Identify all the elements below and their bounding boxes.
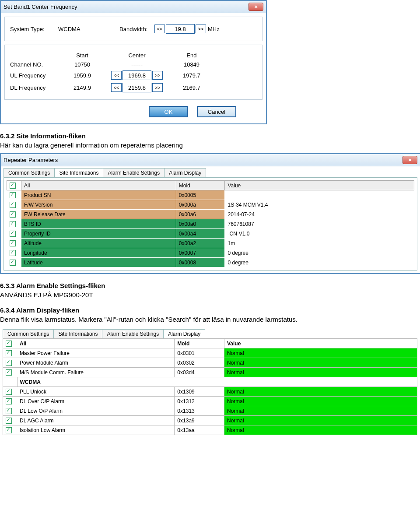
ok-button[interactable]: OK: [149, 106, 188, 117]
col-value: Value: [225, 181, 414, 190]
tab-site-informations[interactable]: Site Informations: [54, 168, 103, 177]
row-checkbox[interactable]: [10, 211, 16, 218]
row-name: DL AGC Alarm: [17, 416, 175, 425]
row-value: Normal: [224, 348, 417, 358]
row-name: Product SN: [21, 190, 176, 200]
rp-tabs: Common Settings Site Informations Alarm …: [1, 166, 420, 177]
row-moid: 0x0008: [176, 258, 225, 267]
table-row: Isolation Low Alarm0x13aaNormal: [3, 425, 417, 435]
channel-center: ------: [106, 61, 168, 68]
table-row: FW Release Date0x00a62014-07-24: [7, 210, 414, 219]
table-row: Master Power Failure0x0301Normal: [3, 348, 417, 358]
row-value: -CN-V1.0: [225, 229, 414, 239]
bandwidth-decrement[interactable]: <<: [154, 25, 165, 33]
table-row: F/W Version0x000a1S-34 MCM V1.4: [7, 200, 414, 210]
row-name: Master Power Failure: [17, 348, 175, 358]
ul-increment[interactable]: >>: [152, 71, 163, 80]
row-name: BTS ID: [21, 219, 176, 229]
system-type-label: System Type:: [10, 26, 58, 32]
ul-start: 1959.9: [58, 72, 106, 79]
row-moid: 0x03d4: [175, 368, 224, 377]
row-checkbox[interactable]: [10, 260, 16, 266]
system-type-value: WCDMA: [58, 26, 119, 32]
row-checkbox[interactable]: [6, 369, 12, 376]
ad-checkbox-all[interactable]: [6, 341, 12, 347]
row-checkbox[interactable]: [6, 360, 12, 366]
channel-label: Channel NO.: [10, 61, 58, 68]
row-moid: 0x13aa: [175, 425, 224, 435]
row-checkbox[interactable]: [6, 408, 12, 414]
dl-increment[interactable]: >>: [152, 83, 163, 92]
row-checkbox[interactable]: [6, 398, 12, 404]
bandwidth-input[interactable]: [166, 24, 195, 34]
rp-close-button[interactable]: ✕: [402, 156, 417, 164]
ad-tab-alarm-enable-settings[interactable]: Alarm Enable Settings: [102, 329, 164, 338]
tab-alarm-enable-settings[interactable]: Alarm Enable Settings: [103, 168, 164, 177]
row-checkbox[interactable]: [10, 250, 16, 256]
ad-group-wcdma: WCDMA: [17, 377, 417, 387]
row-value: 0 degree: [225, 258, 414, 267]
ad-col-moid: Moid: [175, 339, 224, 348]
row-value: [225, 190, 414, 200]
row-moid: 0x00a0: [176, 219, 225, 229]
row-checkbox[interactable]: [10, 221, 16, 227]
row-value: Normal: [224, 368, 417, 377]
channel-start: 10750: [58, 61, 106, 68]
section-633-text: ANVÄNDS EJ PÅ MPG900-20T: [0, 291, 420, 299]
repeater-parameters-dialog: Repeater Parameters ✕ Common Settings Si…: [0, 153, 420, 274]
cancel-button[interactable]: Cancel: [197, 106, 236, 117]
rp-title: Repeater Parameters: [4, 157, 58, 163]
row-name: Isolation Low Alarm: [17, 425, 175, 435]
dl-decrement[interactable]: <<: [111, 83, 122, 92]
ad-tab-common-settings[interactable]: Common Settings: [3, 329, 54, 338]
row-value: Normal: [224, 387, 417, 397]
checkbox-all[interactable]: [10, 183, 16, 189]
section-633-heading: 6.3.3 Alarm Enable Settings-fliken: [0, 282, 420, 289]
row-checkbox[interactable]: [10, 192, 16, 198]
row-checkbox[interactable]: [6, 427, 12, 433]
row-checkbox[interactable]: [10, 240, 16, 246]
ul-decrement[interactable]: <<: [111, 71, 122, 80]
row-checkbox[interactable]: [10, 202, 16, 208]
bandwidth-increment[interactable]: >>: [196, 25, 206, 33]
table-row: Product SN0x0005: [7, 190, 414, 200]
close-button[interactable]: ✕: [248, 3, 263, 11]
ad-tabs: Common Settings Site Informations Alarm …: [0, 327, 420, 338]
row-moid: 0x0302: [175, 358, 224, 368]
dl-center-input[interactable]: [122, 83, 151, 92]
section-632-heading: 6.3.2 Site Information-fliken: [0, 132, 420, 140]
row-name: PLL Unlock: [17, 387, 175, 397]
dl-start: 2149.9: [58, 84, 106, 91]
row-moid: 0x0007: [176, 248, 225, 258]
tab-common-settings[interactable]: Common Settings: [4, 168, 55, 177]
bandwidth-group: System Type: WCDMA Bandwidth: << >> MHz: [4, 17, 262, 41]
table-row: BTS ID0x00a0760761087: [7, 219, 414, 229]
row-checkbox[interactable]: [6, 389, 12, 395]
dl-label: DL Frequency: [10, 84, 58, 91]
table-row: Latitude0x00080 degree: [7, 258, 414, 267]
tab-alarm-display[interactable]: Alarm Display: [164, 168, 206, 177]
row-moid: 0x0005: [176, 190, 225, 200]
section-634-heading: 6.3.4 Alarm Display-fliken: [0, 306, 420, 314]
table-row: Property ID0x00a4-CN-V1.0: [7, 229, 414, 239]
row-name: F/W Version: [21, 200, 176, 210]
row-name: DL Low O/P Alarm: [17, 406, 175, 416]
channel-end: 10849: [168, 61, 216, 68]
row-value: 760761087: [225, 219, 414, 229]
row-checkbox[interactable]: [10, 231, 16, 237]
row-name: Property ID: [21, 229, 176, 239]
table-row: M/S Module Comm. Failure0x03d4Normal: [3, 368, 417, 377]
ad-tab-alarm-display[interactable]: Alarm Display: [163, 329, 205, 338]
row-checkbox[interactable]: [6, 418, 12, 424]
ul-center-input[interactable]: [122, 70, 151, 80]
col-end: End: [168, 52, 216, 59]
dialog-title: Set Band1 Center Frequency: [4, 4, 77, 10]
row-name: Latitude: [21, 258, 176, 267]
rp-titlebar: Repeater Parameters ✕: [1, 153, 420, 166]
ul-label: UL Frequency: [10, 72, 58, 79]
row-value: 0 degree: [225, 248, 414, 258]
table-row: Power Module Alarm0x0302Normal: [3, 358, 417, 368]
ad-tab-site-informations[interactable]: Site Informations: [53, 329, 102, 338]
row-checkbox[interactable]: [6, 350, 12, 356]
row-value: Normal: [224, 397, 417, 406]
